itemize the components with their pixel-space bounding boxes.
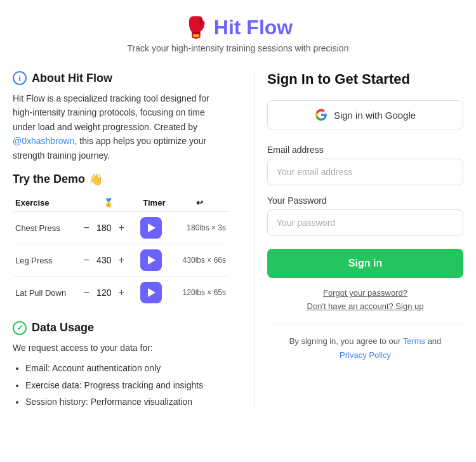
increment-button[interactable]: +	[117, 287, 126, 298]
info-icon: i	[13, 71, 27, 85]
google-logo-icon	[315, 109, 327, 121]
counter-value: 120	[95, 287, 114, 298]
exercise-table: Exercise 🥇 Timer ↩ Chest Press − 180 +	[13, 194, 228, 308]
play-button[interactable]	[140, 249, 162, 271]
terms-prefix: By signing in, you agree to our	[289, 336, 403, 346]
exercise-stats: 430lbs × 66s	[173, 256, 226, 265]
email-label: Email address	[267, 145, 463, 155]
demo-heading: Try the Demo 👋	[13, 173, 228, 187]
signin-title: Sign In to Get Started	[267, 71, 463, 88]
list-item: Exercise data: Progress tracking and ins…	[25, 377, 228, 394]
about-title: About Hit Flow	[32, 72, 112, 85]
password-input[interactable]	[267, 209, 463, 236]
play-button[interactable]	[140, 282, 162, 303]
play-button[interactable]	[140, 217, 162, 239]
counter-value: 430	[95, 255, 114, 265]
password-field-group: Your Password	[267, 195, 463, 236]
app-subtitle: Track your high-intensity training sessi…	[13, 43, 463, 53]
increment-button[interactable]: +	[117, 223, 126, 233]
play-icon	[148, 288, 155, 297]
col-exercise: Exercise	[13, 194, 79, 212]
demo-title: Try the Demo	[13, 173, 85, 186]
privacy-policy-link[interactable]: Privacy Policy	[340, 350, 391, 360]
google-signin-button[interactable]: Sign in with Google	[267, 100, 463, 129]
exercise-stats: 120lbs × 65s	[173, 288, 226, 297]
col-repeat: ↩	[171, 194, 228, 212]
author-link[interactable]: @0xhashbrown	[13, 136, 75, 146]
page-header: 🥊 Hit Flow Track your high-intensity tra…	[0, 0, 476, 61]
data-usage-section: ✓ Data Usage We request access to your d…	[13, 321, 228, 411]
decrement-button[interactable]: −	[82, 255, 90, 265]
counter-value: 180	[95, 223, 114, 233]
password-label: Your Password	[267, 195, 463, 206]
data-heading: ✓ Data Usage	[13, 321, 228, 335]
signin-button[interactable]: Sign in	[267, 249, 463, 278]
exercise-name: Leg Press	[15, 256, 53, 265]
terms-section: By signing in, you agree to our Terms an…	[267, 324, 463, 362]
check-icon: ✓	[13, 321, 27, 335]
counter-cell: − 430 +	[82, 255, 135, 265]
signup-link[interactable]: Don't have an account? Sign up	[267, 301, 463, 311]
table-row: Leg Press − 430 + 430lbs × 66s	[13, 244, 228, 276]
app-logo-icon: 🥊	[183, 15, 209, 39]
table-row: Lat Pull Down − 120 + 120lbs × 65s	[13, 276, 228, 308]
decrement-button[interactable]: −	[82, 223, 90, 233]
data-desc: We request access to your data for:	[13, 341, 228, 355]
app-name: Hit Flow	[214, 16, 293, 39]
about-heading: i About Hit Flow	[13, 71, 228, 85]
exercise-stats: 180lbs × 3s	[173, 223, 226, 232]
table-row: Chest Press − 180 + 180lbs × 3s	[13, 211, 228, 244]
left-panel: i About Hit Flow Hit Flow is a specializ…	[13, 71, 248, 411]
demo-emoji: 👋	[89, 173, 103, 187]
exercise-name: Lat Pull Down	[15, 288, 66, 298]
right-panel: Sign In to Get Started Sign in with Goog…	[261, 71, 463, 362]
email-input[interactable]	[267, 159, 463, 185]
exercise-name: Chest Press	[15, 223, 60, 233]
increment-button[interactable]: +	[117, 255, 126, 265]
col-trophy: 🥇	[79, 194, 138, 212]
counter-cell: − 180 +	[82, 223, 135, 233]
email-field-group: Email address	[267, 145, 463, 185]
data-list: Email: Account authentication onlyExerci…	[13, 360, 228, 411]
panel-divider	[254, 71, 255, 411]
decrement-button[interactable]: −	[82, 287, 90, 298]
terms-mid: and	[425, 336, 441, 346]
counter-cell: − 120 +	[82, 287, 135, 298]
google-btn-label: Sign in with Google	[334, 110, 416, 121]
forgot-password-link[interactable]: Forgot your password?	[267, 288, 463, 298]
col-timer: Timer	[138, 194, 171, 212]
terms-link[interactable]: Terms	[403, 336, 425, 346]
data-title: Data Usage	[32, 321, 94, 334]
list-item: Email: Account authentication only	[25, 360, 228, 377]
play-icon	[148, 256, 155, 265]
links-section: Forgot your password? Don't have an acco…	[267, 288, 463, 311]
play-icon	[148, 223, 155, 232]
about-text: Hit Flow is a specialized tracking tool …	[13, 91, 228, 162]
list-item: Session history: Performance visualizati…	[25, 393, 228, 411]
